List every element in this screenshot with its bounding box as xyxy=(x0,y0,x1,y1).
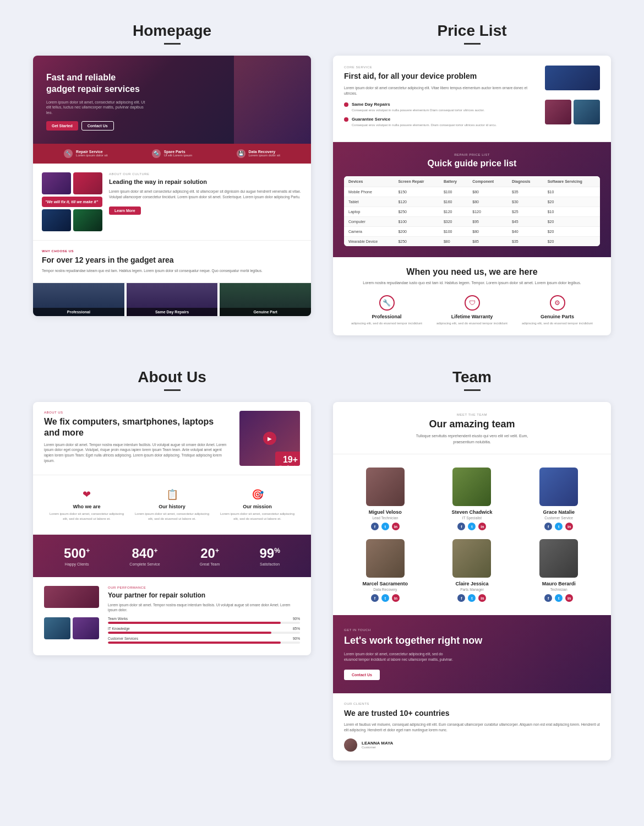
pricelist-card: CORE SERVICE First aid, for all your dev… xyxy=(333,56,611,335)
team-section: Team MEET THE TEAM Our amazing team Tull… xyxy=(333,368,611,760)
tw-steven[interactable]: t xyxy=(468,523,476,530)
aboutus-partner: OUR PERFORMANCE Your partner for repair … xyxy=(33,577,311,655)
role-miguel: Lead Technician xyxy=(346,516,424,520)
progress-it-bar xyxy=(108,632,300,634)
fb-mauro[interactable]: f xyxy=(544,594,552,602)
social-miguel: f t in xyxy=(346,523,424,530)
why-feat-professional: 🔧 Professional adipiscing elit, sed do e… xyxy=(344,295,429,325)
ig-miguel[interactable]: in xyxy=(392,523,400,530)
name-steven: Steven Chadwick xyxy=(433,509,511,515)
play-button[interactable]: ▶ xyxy=(263,432,276,445)
ig-claire[interactable]: in xyxy=(478,594,486,602)
service-parts-sub: Ut elit Lorem ipsum xyxy=(164,154,193,157)
get-started-button[interactable]: Get Started xyxy=(46,121,78,131)
cta-label: GET IN TOUCH xyxy=(344,628,600,632)
homepage-about: "We will fix it, till we make it" ABOUT … xyxy=(33,164,311,241)
learn-more-button[interactable]: Learn More xyxy=(109,206,141,215)
stat-clients: 500+ Happy Clients xyxy=(64,546,90,566)
warranty-icon: 🛡 xyxy=(465,295,480,311)
col-software: Software Servicing xyxy=(543,176,600,187)
mission-icon: 🎯 xyxy=(219,488,296,501)
professional-icon: 🔧 xyxy=(379,295,395,311)
stat-service: 840+ Complete Service xyxy=(129,546,160,566)
contact-us-button[interactable]: Contact Us xyxy=(81,121,114,131)
col-screen: Screen Repair xyxy=(394,176,439,187)
team-title: Team xyxy=(333,368,611,386)
tw-grace[interactable]: t xyxy=(555,523,563,530)
progress-customer-value: 90% xyxy=(293,637,300,640)
ig-grace[interactable]: in xyxy=(565,523,573,530)
fb-claire[interactable]: f xyxy=(457,594,465,602)
fb-miguel[interactable]: f xyxy=(371,523,379,530)
service-repair-name: Repair Service xyxy=(76,150,107,154)
name-claire: Claire Jessica xyxy=(433,581,511,586)
progress-it-label: IT Knowledge xyxy=(108,627,130,631)
service-repair-sub: Lorem ipsum dolor sit xyxy=(76,154,107,157)
au-img-main: ▶ 19+ Years Experience xyxy=(239,411,300,466)
fb-marcel[interactable]: f xyxy=(371,594,379,602)
feature-guarantee: Guarantee Service Consequat eros volutpa… xyxy=(344,117,536,127)
price-table: Devices Screen Repair Battery Component … xyxy=(344,176,600,246)
team-header: MEET THE TEAM Our amazing team Tulloque … xyxy=(333,402,611,454)
name-mauro: Mauro Berardi xyxy=(520,581,598,586)
testi-avatar xyxy=(344,738,357,752)
service-data-sub: Lorem ipsum dolor sit xyxy=(249,154,280,157)
table-row: Camera$200$100$80$40$20 xyxy=(344,227,600,237)
testi-title: We are trusted 10+ countries xyxy=(344,709,600,718)
tw-claire[interactable]: t xyxy=(468,594,476,602)
about-img-2 xyxy=(73,172,102,194)
social-mauro: f t in xyxy=(520,594,598,602)
team-cta: GET IN TOUCH Let's work together right n… xyxy=(333,615,611,693)
bottom-section-grid: About Us ABOUT US We fix computers, smar… xyxy=(33,368,611,760)
testi-label: OUR CLIENTS xyxy=(344,702,600,705)
fb-steven[interactable]: f xyxy=(457,523,465,530)
feature-bg-1: Professional xyxy=(33,283,124,316)
pillar-history: 📋 Our history Lorem ipsum dolor sit amet… xyxy=(129,484,215,525)
hero-bg-overlay xyxy=(234,56,311,144)
tw-mauro[interactable]: t xyxy=(555,594,563,602)
au-image: ▶ 19+ Years Experience xyxy=(239,411,300,466)
member-claire: Claire Jessica Parts Manager f t in xyxy=(429,535,516,606)
pillar-history-name: Our history xyxy=(134,504,210,509)
team-card: MEET THE TEAM Our amazing team Tulloque … xyxy=(333,402,611,760)
tw-miguel[interactable]: t xyxy=(381,523,389,530)
feature-label-genuine: Genuine Part xyxy=(220,308,311,316)
col-component: Component xyxy=(468,176,507,187)
stat-clients-number: 500+ xyxy=(64,546,90,561)
pricelist-section: Price List CORE SERVICE First aid, for a… xyxy=(333,22,611,335)
feature-bg-3: Genuine Part xyxy=(220,283,311,316)
why-feat-warranty: 🛡 Lifetime Warranty adipiscing elit, sed… xyxy=(429,295,515,325)
service-data-name: Data Recovery xyxy=(249,150,280,154)
progress-it: IT Knowledge 85% xyxy=(108,627,300,634)
col-diagnosis: Diagnosis xyxy=(507,176,543,187)
homepage-title: Homepage xyxy=(33,22,311,40)
feat-warranty-sub: adipiscing elit, sed do eiusmod tempor i… xyxy=(429,321,515,325)
table-row: Wearable Device$250$80$85$35$20 xyxy=(344,237,600,247)
feature-same-day-repairs: Same Day Repairs Consequat eros volutpat… xyxy=(344,102,536,112)
table-title: Quick guide price list xyxy=(344,159,600,169)
about-content: ABOUT OUR CULTURE Leading the way in rep… xyxy=(109,172,302,231)
cta-title: Let's work together right now xyxy=(344,635,600,647)
ig-marcel[interactable]: in xyxy=(392,594,400,602)
feat-name-2: Guarantee Service xyxy=(352,117,496,122)
progress-customer-bar xyxy=(108,642,300,644)
partner-img-2 xyxy=(44,617,70,639)
fb-grace[interactable]: f xyxy=(544,523,552,530)
ig-mauro[interactable]: in xyxy=(565,594,573,602)
partner-img-1 xyxy=(44,586,99,608)
aboutus-top: ABOUT US We fix computers, smartphones, … xyxy=(33,402,311,475)
progress-team-value: 90% xyxy=(293,617,300,621)
ig-steven[interactable]: in xyxy=(478,523,486,530)
aboutus-divider xyxy=(164,389,181,391)
stat-satisfaction-number: 99% xyxy=(259,546,280,561)
tw-marcel[interactable]: t xyxy=(381,594,389,602)
pricelist-divider xyxy=(464,43,481,45)
hero-title: Fast and reliable gadget repair services xyxy=(46,72,145,95)
service-parts-name: Spare Parts xyxy=(164,150,193,154)
cta-contact-button[interactable]: Contact Us xyxy=(344,670,380,680)
years-badge: 19+ Years Experience xyxy=(275,452,300,466)
member-mauro: Mauro Berardi Technician f t in xyxy=(515,535,602,606)
pricelist-title: Price List xyxy=(333,22,611,40)
avatar-grace xyxy=(539,468,578,506)
feature-genuine: Genuine Part xyxy=(220,283,311,316)
